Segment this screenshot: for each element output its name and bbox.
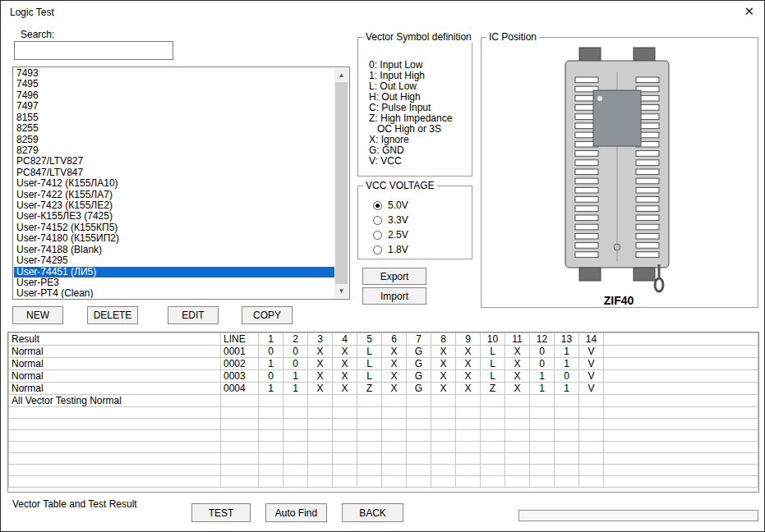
new-button[interactable]: NEW xyxy=(12,306,63,324)
pin-cell xyxy=(579,430,604,442)
empty-row[interactable] xyxy=(9,453,758,465)
pin-cell: 0 xyxy=(530,358,555,370)
empty-row[interactable] xyxy=(9,465,758,476)
scroll-down-icon[interactable]: ▼ xyxy=(334,284,348,298)
auto-find-button[interactable]: Auto Find xyxy=(265,503,327,522)
vcc-option-2.5V[interactable]: 2.5V xyxy=(373,227,408,242)
line-cell: 0002 xyxy=(221,358,259,370)
vector-row[interactable]: Normal000100XXLXGXXLX01V xyxy=(9,346,758,358)
pin-cell xyxy=(579,453,604,465)
pin-cell: 1 xyxy=(283,370,308,383)
scroll-up-icon[interactable]: ▲ xyxy=(334,68,348,82)
result-cell: Normal xyxy=(9,383,221,395)
edit-button[interactable]: EDIT xyxy=(168,306,219,324)
close-icon[interactable]: ✕ xyxy=(744,5,754,18)
pin-cell xyxy=(431,453,456,465)
empty-row[interactable] xyxy=(9,476,758,488)
list-item[interactable]: User-7423 (К155ЛЕ2) xyxy=(14,200,334,211)
pin-cell xyxy=(283,407,308,419)
filler-cell xyxy=(604,442,758,453)
list-item[interactable]: User-74180 (К155ИП2) xyxy=(14,233,334,244)
vector-table-head: ResultLINE1234567891011121314 xyxy=(9,333,758,346)
list-item[interactable]: User-РЕ3 xyxy=(14,277,334,288)
list-item[interactable]: 8255 xyxy=(14,123,334,134)
pin-cell xyxy=(481,395,505,407)
list-item[interactable]: 7496 xyxy=(14,90,334,101)
pin-cell xyxy=(308,407,333,419)
empty-row[interactable] xyxy=(9,407,758,419)
pin-cell: 0 xyxy=(555,370,579,383)
vector-row[interactable]: Normal000411XXZXGXXZX11V xyxy=(9,383,758,395)
footer-label: Vector Table and Test Result xyxy=(12,498,137,510)
test-button[interactable]: TEST xyxy=(191,503,251,522)
vector-row[interactable]: Normal000210XXLXGXXLX01V xyxy=(9,358,758,370)
list-item[interactable]: 8279 xyxy=(14,145,334,156)
list-item[interactable]: 7493 xyxy=(14,68,334,79)
vcc-option-1.8V[interactable]: 1.8V xyxy=(373,242,408,257)
vector-row[interactable]: Normal000301XXLXGXXLX10V xyxy=(9,370,758,383)
list-item[interactable]: PC847/LTV847 xyxy=(14,167,334,178)
vcc-option-3.3V[interactable]: 3.3V xyxy=(373,213,408,227)
pin-cell xyxy=(456,476,481,488)
empty-row[interactable] xyxy=(9,442,758,453)
search-input[interactable] xyxy=(14,41,173,60)
result-cell xyxy=(9,430,221,442)
empty-row[interactable] xyxy=(9,430,758,442)
pin-cell: X xyxy=(505,358,530,370)
vcc-option-label: 1.8V xyxy=(388,244,408,255)
list-item[interactable]: 7495 xyxy=(14,79,334,89)
list-item[interactable]: PC827/LTV827 xyxy=(14,156,334,167)
pin-cell xyxy=(530,407,555,419)
summary-row[interactable]: All Vector Testing Normal xyxy=(9,395,758,407)
list-scrollbar[interactable]: ▲ ▼ xyxy=(334,68,348,298)
pin-column-header: 6 xyxy=(382,333,407,346)
copy-button[interactable]: COPY xyxy=(242,306,293,324)
list-item[interactable]: User-74152 (К155КП5) xyxy=(14,222,334,233)
radio-icon xyxy=(373,231,382,240)
pin-cell: G xyxy=(407,346,431,358)
vcc-voltage-groupbox: VCC VOLTAGE 5.0V3.3V2.5V1.8V xyxy=(357,186,472,259)
pin-cell: V xyxy=(579,370,604,383)
scrollbar-thumb[interactable] xyxy=(335,82,348,284)
list-item[interactable]: User-74295 xyxy=(14,255,334,266)
export-button[interactable]: Export xyxy=(362,268,426,285)
list-item[interactable]: User-К155ЛЕ3 (7425) xyxy=(14,211,334,222)
pin-cell xyxy=(333,465,357,476)
pin-cell xyxy=(579,419,604,430)
logic-test-window: Logic Test ✕ Search: 7493749574967497815… xyxy=(0,0,765,532)
pin-cell: 1 xyxy=(555,383,579,395)
delete-button[interactable]: DELETE xyxy=(87,306,138,324)
pin-cell xyxy=(407,476,431,488)
pin-column-header: 11 xyxy=(505,333,530,346)
pin-cell: L xyxy=(481,346,505,358)
pin-cell xyxy=(259,476,283,488)
filler-cell xyxy=(604,453,758,465)
list-item[interactable]: User-7412 (К155ЛА10) xyxy=(14,178,334,189)
result-cell xyxy=(9,442,221,453)
pin-cell: 0 xyxy=(259,346,283,358)
pin-cell: G xyxy=(407,358,431,370)
pin-cell xyxy=(579,395,604,407)
list-item[interactable]: 8259 xyxy=(14,135,334,145)
list-item[interactable]: User-7422 (К155ЛА7) xyxy=(14,190,334,200)
pin-cell xyxy=(481,407,505,419)
empty-row[interactable] xyxy=(9,419,758,430)
pin-column-header: 13 xyxy=(555,333,579,346)
pin-cell: X xyxy=(505,346,530,358)
result-cell xyxy=(9,476,221,488)
vector-symbol-groupbox: Vector Symbol definition 0: Input Low1: … xyxy=(357,37,472,177)
pin-cell: X xyxy=(456,358,481,370)
import-button[interactable]: Import xyxy=(362,287,426,305)
list-item[interactable]: User-РТ4 (Clean) xyxy=(14,288,334,298)
vcc-option-label: 5.0V xyxy=(388,200,408,211)
pin-cell xyxy=(308,476,333,488)
list-item[interactable]: User-74451 (ЛИ5) xyxy=(14,267,334,277)
vcc-option-5.0V[interactable]: 5.0V xyxy=(373,198,408,213)
pin-cell xyxy=(481,419,505,430)
pin-cell xyxy=(456,419,481,430)
list-item[interactable]: 7497 xyxy=(14,101,334,112)
list-item[interactable]: 8155 xyxy=(14,112,334,123)
back-button[interactable]: BACK xyxy=(342,503,403,522)
pin-cell: 0 xyxy=(530,346,555,358)
list-item[interactable]: User-74188 (Blank) xyxy=(14,245,334,255)
